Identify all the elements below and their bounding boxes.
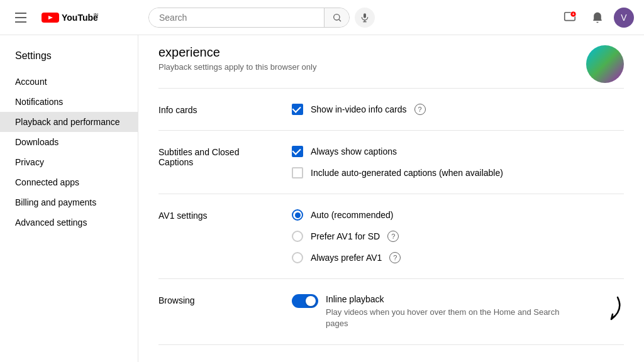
nav-center xyxy=(148,8,558,28)
av1-prefer-sd-radio[interactable] xyxy=(292,231,303,242)
svg-text:YouTube: YouTube xyxy=(62,13,98,23)
inline-playback-row: Inline playback Play videos when you hov… xyxy=(292,294,624,329)
arrow-svg xyxy=(586,294,624,326)
sidebar: Settings Account Notifications Playback … xyxy=(0,35,138,362)
info-cards-help-icon[interactable]: ? xyxy=(414,104,426,115)
mic-button[interactable] xyxy=(355,8,375,28)
search-button[interactable] xyxy=(324,8,349,27)
content-header: experience Playback settings apply to th… xyxy=(158,35,624,88)
browsing-section: Browsing Inline playback Play videos whe… xyxy=(158,279,624,345)
create-button[interactable]: + xyxy=(558,6,581,29)
auto-captions-text: Include auto-generated captions (when av… xyxy=(311,168,503,178)
show-info-cards-row: Show in-video info cards ? xyxy=(292,104,624,115)
always-show-captions-row: Always show captions xyxy=(292,146,624,157)
bell-icon xyxy=(591,11,604,24)
av1-prefer-sd-help-icon[interactable]: ? xyxy=(387,231,399,242)
mic-icon xyxy=(360,13,370,23)
subtitles-label: Subtitles and Closed Captions xyxy=(158,146,272,178)
av1-auto-radio[interactable] xyxy=(292,209,303,221)
menu-button[interactable] xyxy=(10,8,31,28)
sidebar-item-notifications[interactable]: Notifications xyxy=(0,92,138,112)
subtitles-section: Subtitles and Closed Captions Always sho… xyxy=(158,131,624,194)
sidebar-item-advanced[interactable]: Advanced settings xyxy=(0,212,138,233)
av1-always-help-icon[interactable]: ? xyxy=(389,252,401,263)
always-show-captions-text: Always show captions xyxy=(311,146,397,156)
inline-playback-text: Inline playback Play videos when you hov… xyxy=(326,294,579,329)
info-cards-content: Show in-video info cards ? xyxy=(292,104,624,115)
sidebar-item-playback[interactable]: Playback and performance xyxy=(0,112,138,132)
arrow-annotation xyxy=(586,294,624,327)
av1-auto-text: Auto (recommended) xyxy=(311,210,394,220)
notifications-button[interactable] xyxy=(586,6,609,29)
main-layout: Settings Account Notifications Playback … xyxy=(0,35,644,362)
nav-left: YouTube IN xyxy=(10,8,148,28)
auto-captions-checkbox[interactable] xyxy=(292,167,303,178)
inline-playback-toggle[interactable] xyxy=(292,294,318,308)
sidebar-title: Settings xyxy=(0,45,138,72)
info-cards-section: Info cards Show in-video info cards ? xyxy=(158,89,624,131)
auto-captions-row: Include auto-generated captions (when av… xyxy=(292,167,624,178)
av1-always-text: Always prefer AV1 xyxy=(311,253,382,263)
av1-content: Auto (recommended) Prefer AV1 for SD ? A… xyxy=(292,209,624,263)
info-cards-label: Info cards xyxy=(158,104,272,115)
sidebar-item-connected-apps[interactable]: Connected apps xyxy=(0,172,138,192)
nav-right: + V xyxy=(558,6,634,29)
subtitles-content: Always show captions Include auto-genera… xyxy=(292,146,624,178)
experience-title: experience xyxy=(158,45,316,60)
search-icon xyxy=(332,13,342,23)
av1-always-radio[interactable] xyxy=(292,252,303,263)
show-info-cards-checkbox[interactable] xyxy=(292,104,303,115)
av1-section: AV1 settings Auto (recommended) Prefer A… xyxy=(158,194,624,279)
sidebar-item-billing[interactable]: Billing and payments xyxy=(0,192,138,212)
sidebar-item-privacy[interactable]: Privacy xyxy=(0,152,138,172)
svg-text:IN: IN xyxy=(94,13,98,17)
svg-line-5 xyxy=(339,19,341,21)
show-info-cards-text: Show in-video info cards xyxy=(311,104,407,114)
av1-label: AV1 settings xyxy=(158,209,272,263)
top-nav: YouTube IN xyxy=(0,0,644,35)
av1-always-row: Always prefer AV1 ? xyxy=(292,252,624,263)
avatar[interactable]: V xyxy=(614,8,634,28)
inline-playback-description: Play videos when you hover over them on … xyxy=(326,307,579,329)
sidebar-item-account[interactable]: Account xyxy=(0,72,138,92)
av1-prefer-sd-text: Prefer AV1 for SD xyxy=(311,231,380,241)
search-input[interactable] xyxy=(149,8,324,27)
inline-playback-label: Inline playback xyxy=(326,294,579,304)
youtube-logo-svg: YouTube IN xyxy=(42,11,98,24)
av1-prefer-sd-row: Prefer AV1 for SD ? xyxy=(292,231,624,242)
browsing-content: Inline playback Play videos when you hov… xyxy=(292,294,624,329)
svg-text:+: + xyxy=(572,12,575,16)
browsing-label: Browsing xyxy=(158,294,272,329)
youtube-logo[interactable]: YouTube IN xyxy=(42,11,98,24)
decorative-illustration xyxy=(586,45,624,83)
main-content: experience Playback settings apply to th… xyxy=(138,35,644,362)
experience-subtitle: Playback settings apply to this browser … xyxy=(158,62,316,72)
av1-auto-row: Auto (recommended) xyxy=(292,209,624,221)
svg-rect-6 xyxy=(364,13,366,18)
create-icon: + xyxy=(563,11,577,25)
search-bar xyxy=(148,8,350,28)
always-show-captions-checkbox[interactable] xyxy=(292,146,303,157)
sidebar-item-downloads[interactable]: Downloads xyxy=(0,132,138,152)
experience-header-text: experience Playback settings apply to th… xyxy=(158,45,316,72)
svg-point-4 xyxy=(333,14,339,19)
